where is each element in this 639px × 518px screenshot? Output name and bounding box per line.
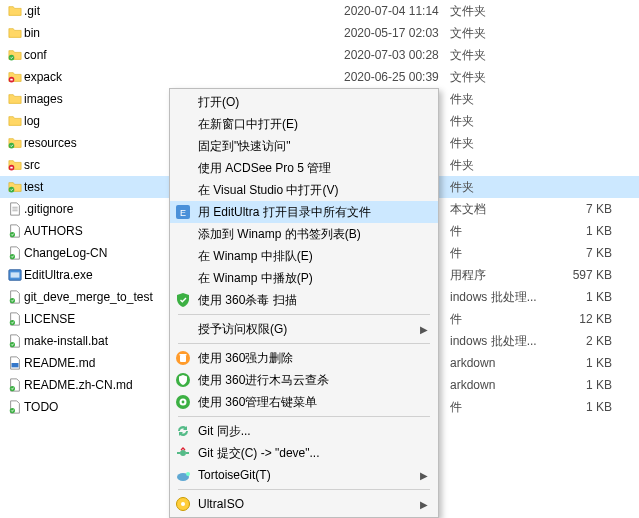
svg-rect-14: [12, 363, 19, 367]
file-name: expack: [24, 70, 344, 84]
submenu-arrow-icon: ▶: [420, 470, 428, 481]
blank-icon: [174, 115, 192, 133]
blank-icon: [174, 159, 192, 177]
file-type: 件: [450, 399, 560, 416]
svg-point-25: [182, 401, 185, 404]
file-row[interactable]: conf2020-07-03 00:28文件夹: [0, 44, 639, 66]
svg-point-6: [9, 187, 15, 193]
folder-red-icon: [6, 158, 24, 172]
menu-item[interactable]: 使用 ACDSee Pro 5 管理: [170, 157, 438, 179]
menu-item[interactable]: UltraISO▶: [170, 493, 438, 515]
file-type: indows 批处理...: [450, 333, 560, 350]
menu-item-label: 使用 360进行木马云查杀: [198, 372, 428, 389]
menu-item[interactable]: 在 Visual Studio 中打开(V): [170, 179, 438, 201]
gear-360-icon: [174, 393, 192, 411]
file-date: 2020-05-17 02:03: [344, 26, 450, 40]
menu-item[interactable]: 授予访问权限(G)▶: [170, 318, 438, 340]
svg-point-3: [9, 143, 15, 149]
file-date: 2020-07-04 11:14: [344, 4, 450, 18]
file-type: 文件夹: [450, 69, 560, 86]
blank-icon: [174, 225, 192, 243]
menu-item-label: Git 提交(C) -> "deve"...: [198, 445, 428, 462]
file-size: 7 KB: [560, 202, 620, 216]
file-name: conf: [24, 48, 344, 62]
blank-icon: [174, 247, 192, 265]
file-type: arkdown: [450, 378, 560, 392]
folder-green-icon: [6, 48, 24, 62]
file-type: arkdown: [450, 356, 560, 370]
blank-icon: [174, 320, 192, 338]
menu-item-label: 在 Winamp 中排队(E): [198, 248, 428, 265]
file-size: 1 KB: [560, 290, 620, 304]
menu-item-label: 使用 360管理右键菜单: [198, 394, 428, 411]
folder-yellow-icon: [6, 114, 24, 128]
svg-point-28: [186, 472, 190, 476]
ultraiso-icon: [174, 495, 192, 513]
menu-item[interactable]: 使用 360进行木马云查杀: [170, 369, 438, 391]
svg-point-26: [180, 450, 186, 456]
file-type: 文件夹: [450, 25, 560, 42]
menu-item-label: 在 Winamp 中播放(P): [198, 270, 428, 287]
file-type: 件夹: [450, 157, 560, 174]
blank-icon: [174, 181, 192, 199]
menu-separator: [178, 343, 430, 344]
menu-item-label: 在 Visual Studio 中打开(V): [198, 182, 428, 199]
menu-item[interactable]: TortoiseGit(T)▶: [170, 464, 438, 486]
folder-red-icon: [6, 70, 24, 84]
file-green-icon: [6, 378, 24, 392]
menu-item[interactable]: 在 Winamp 中播放(P): [170, 267, 438, 289]
file-date: 2020-07-03 00:28: [344, 48, 450, 62]
submenu-arrow-icon: ▶: [420, 499, 428, 510]
menu-item[interactable]: 固定到"快速访问": [170, 135, 438, 157]
menu-item[interactable]: 在新窗口中打开(E): [170, 113, 438, 135]
file-text-icon: [6, 202, 24, 216]
menu-item-label: 使用 ACDSee Pro 5 管理: [198, 160, 428, 177]
menu-item[interactable]: 使用 360强力删除: [170, 347, 438, 369]
git-commit-icon: [174, 444, 192, 462]
trash-orange-icon: [174, 349, 192, 367]
file-row[interactable]: .git2020-07-04 11:14文件夹: [0, 0, 639, 22]
menu-separator: [178, 416, 430, 417]
folder-yellow-icon: [6, 26, 24, 40]
menu-item[interactable]: Git 提交(C) -> "deve"...: [170, 442, 438, 464]
menu-item-label: TortoiseGit(T): [198, 468, 414, 482]
folder-green-icon: [6, 180, 24, 194]
menu-item-label: 使用 360强力删除: [198, 350, 428, 367]
file-type: indows 批处理...: [450, 289, 560, 306]
menu-item-label: 使用 360杀毒 扫描: [198, 292, 428, 309]
file-type: 件夹: [450, 91, 560, 108]
file-size: 2 KB: [560, 334, 620, 348]
menu-item[interactable]: 使用 360管理右键菜单: [170, 391, 438, 413]
editultra-icon: E: [174, 203, 192, 221]
file-row[interactable]: bin2020-05-17 02:03文件夹: [0, 22, 639, 44]
file-green-icon: [6, 290, 24, 304]
menu-item[interactable]: E用 EditUltra 打开目录中所有文件: [170, 201, 438, 223]
blank-icon: [174, 137, 192, 155]
file-name: .git: [24, 4, 344, 18]
menu-item[interactable]: 打开(O): [170, 91, 438, 113]
file-green-icon: [6, 224, 24, 238]
file-type: 件: [450, 311, 560, 328]
file-size: 1 KB: [560, 356, 620, 370]
menu-item[interactable]: 使用 360杀毒 扫描: [170, 289, 438, 311]
menu-item-label: Git 同步...: [198, 423, 428, 440]
exe-icon: [6, 268, 24, 282]
menu-item[interactable]: Git 同步...: [170, 420, 438, 442]
file-size: 597 KB: [560, 268, 620, 282]
file-type: 文件夹: [450, 3, 560, 20]
menu-item-label: 打开(O): [198, 94, 428, 111]
shield-green-icon: [174, 291, 192, 309]
folder-green-icon: [6, 136, 24, 150]
blank-icon: [174, 269, 192, 287]
git-sync-icon: [174, 422, 192, 440]
menu-item[interactable]: 在 Winamp 中排队(E): [170, 245, 438, 267]
menu-item[interactable]: 添加到 Winamp 的书签列表(B): [170, 223, 438, 245]
file-row[interactable]: expack2020-06-25 00:39文件夹: [0, 66, 639, 88]
file-type: 文件夹: [450, 47, 560, 64]
submenu-arrow-icon: ▶: [420, 324, 428, 335]
svg-rect-10: [11, 272, 20, 277]
file-green-icon: [6, 312, 24, 326]
file-size: 1 KB: [560, 224, 620, 238]
file-date: 2020-06-25 00:39: [344, 70, 450, 84]
svg-text:E: E: [180, 208, 186, 218]
